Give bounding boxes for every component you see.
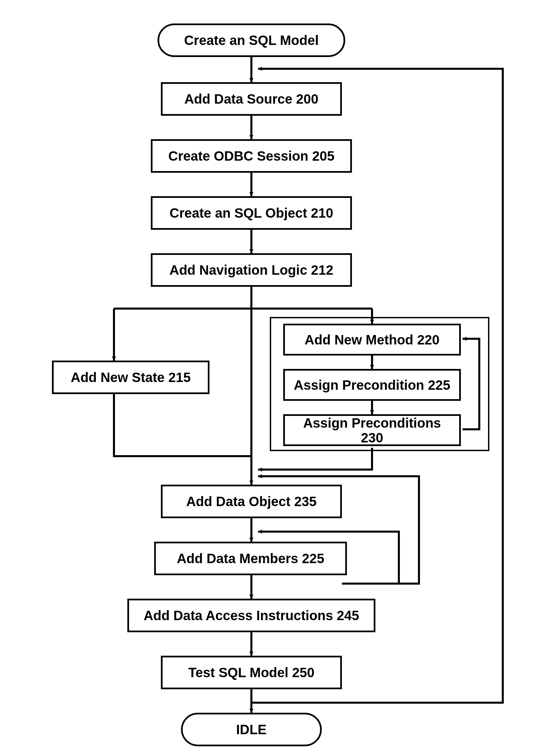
step-create-odbc-session-205: Create ODBC Session 205 xyxy=(151,139,352,173)
step-add-new-method-220: Add New Method 220 xyxy=(283,324,461,356)
step-add-navigation-logic-212: Add Navigation Logic 212 xyxy=(151,253,352,287)
step-label: Add Data Access Instructions 245 xyxy=(143,608,359,623)
step-test-sql-model-250: Test SQL Model 250 xyxy=(161,656,342,689)
step-label: Assign Precondition 225 xyxy=(294,378,450,392)
flowchart-stage: Create an SQL Model Add Data Source 200 … xyxy=(0,0,547,756)
step-label: Add Data Object 235 xyxy=(186,494,316,509)
step-add-data-object-235: Add Data Object 235 xyxy=(161,485,342,518)
step-label: Add Data Source 200 xyxy=(184,92,318,106)
step-assign-preconditions-230: Assign Preconditions 230 xyxy=(283,414,461,446)
step-label: Create an SQL Object 210 xyxy=(170,206,333,220)
step-add-new-state-215: Add New State 215 xyxy=(52,361,209,394)
step-assign-precondition-225: Assign Precondition 225 xyxy=(283,369,461,401)
step-add-data-members-225: Add Data Members 225 xyxy=(154,542,347,575)
terminal-start: Create an SQL Model xyxy=(158,23,345,57)
step-label: Test SQL Model 250 xyxy=(188,665,314,680)
step-label: Create ODBC Session 205 xyxy=(168,149,335,163)
step-label: Add New Method 220 xyxy=(305,332,439,347)
terminal-idle: IDLE xyxy=(181,713,322,746)
step-add-data-source-200: Add Data Source 200 xyxy=(161,82,342,116)
terminal-idle-label: IDLE xyxy=(236,722,266,737)
step-add-data-access-instructions-245: Add Data Access Instructions 245 xyxy=(127,599,375,632)
step-create-sql-object-210: Create an SQL Object 210 xyxy=(151,196,352,230)
step-label: Add Data Members 225 xyxy=(177,551,324,566)
terminal-start-label: Create an SQL Model xyxy=(184,33,319,48)
step-label: Assign Preconditions 230 xyxy=(290,416,454,445)
step-label: Add Navigation Logic 212 xyxy=(170,263,333,277)
step-label: Add New State 215 xyxy=(71,370,191,385)
